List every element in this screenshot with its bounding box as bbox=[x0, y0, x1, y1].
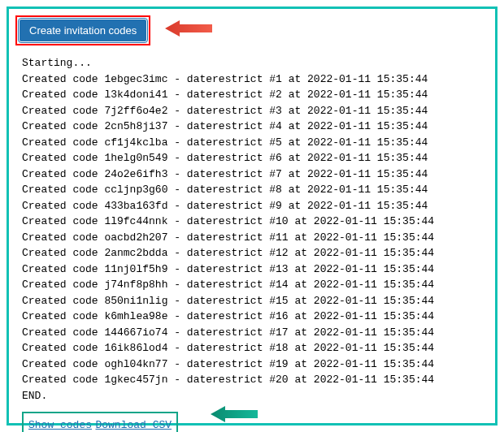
log-entry: Created code 2anmc2bdda - daterestrict #… bbox=[22, 245, 489, 261]
log-entry: Created code 1gkec457jn - daterestrict #… bbox=[22, 372, 489, 388]
log-entry: Created code 1ebgec3imc - daterestrict #… bbox=[22, 71, 489, 88]
arrow-left-icon bbox=[211, 405, 259, 423]
log-entry: Created code oacbd2h207 - daterestrict #… bbox=[22, 230, 489, 246]
log-entry: Created code 850ni1nlig - daterestrict #… bbox=[22, 293, 489, 309]
main-panel: Create invitation codes Starting... Crea… bbox=[7, 6, 497, 426]
log-end: END. bbox=[22, 388, 489, 404]
log-entry: Created code 2cn5h8ji37 - daterestrict #… bbox=[22, 119, 489, 135]
log-entry: Created code 144667io74 - daterestrict #… bbox=[22, 325, 489, 341]
log-entry: Created code 11nj0lf5h9 - daterestrict #… bbox=[22, 261, 489, 278]
log-entry: Created code ccljnp3g60 - daterestrict #… bbox=[22, 182, 489, 198]
log-entry: Created code 7j2ff6o4e2 - daterestrict #… bbox=[22, 103, 489, 119]
log-entry: Created code 433ba163fd - daterestrict #… bbox=[22, 198, 489, 214]
log-entry: Created code j74nf8p8hh - daterestrict #… bbox=[22, 277, 489, 293]
arrow-left-icon bbox=[165, 19, 214, 37]
log-entry: Created code k6mhlea98e - daterestrict #… bbox=[22, 309, 489, 325]
links-highlight-box: Show codes Download CSV bbox=[22, 412, 178, 432]
svg-marker-1 bbox=[211, 406, 258, 422]
show-codes-link[interactable]: Show codes bbox=[28, 419, 92, 431]
create-invitation-codes-button[interactable]: Create invitation codes bbox=[19, 19, 147, 42]
svg-marker-0 bbox=[165, 20, 212, 37]
log-entry: Created code 1l9fc44nnk - daterestrict #… bbox=[22, 214, 489, 230]
log-entry: Created code 24o2e6ifh3 - daterestrict #… bbox=[22, 166, 489, 183]
log-start: Starting... bbox=[22, 55, 489, 71]
log-output: Starting... Created code 1ebgec3imc - da… bbox=[15, 55, 489, 404]
log-entry: Created code oghl04kn77 - daterestrict #… bbox=[22, 356, 489, 373]
log-entry: Created code 16ik86lod4 - daterestrict #… bbox=[22, 340, 489, 356]
log-entry: Created code 1helg0n549 - daterestrict #… bbox=[22, 150, 489, 166]
download-csv-link[interactable]: Download CSV bbox=[95, 419, 172, 431]
button-highlight-box: Create invitation codes bbox=[15, 15, 150, 45]
log-entry: Created code l3k4doni41 - daterestrict #… bbox=[22, 87, 489, 103]
log-entry: Created code cf1j4kclba - daterestrict #… bbox=[22, 135, 489, 151]
